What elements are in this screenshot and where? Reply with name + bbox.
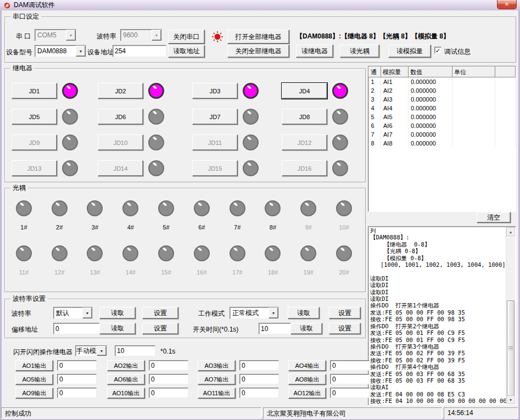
workmode-select[interactable]: 正常模式 ▼: [230, 307, 279, 319]
opto-led: [122, 245, 138, 261]
relay-button-jd7[interactable]: JD7: [192, 109, 238, 125]
relay-led-off: [148, 135, 164, 150]
close-all-relays-button[interactable]: 关闭全部继电器: [227, 44, 289, 58]
relay-button-jd16[interactable]: JD16: [282, 160, 327, 176]
clear-log-button[interactable]: 清空: [477, 212, 511, 223]
relay-button-jd2[interactable]: JD2: [98, 83, 143, 99]
chevron-down-icon[interactable]: ▼: [82, 307, 92, 318]
table-row[interactable]: 8AI80.000000: [369, 139, 516, 148]
ao-output-button-6[interactable]: AO6输出: [107, 374, 145, 385]
table-row[interactable]: 5AI50.000000: [369, 113, 516, 121]
table-cell: [452, 113, 495, 121]
workmode-read-button[interactable]: 读取: [288, 307, 320, 319]
opto-led: [300, 200, 316, 216]
read-addr-button[interactable]: 读取地址: [168, 45, 205, 58]
ao-output-input-1[interactable]: [57, 360, 97, 371]
ao-output-input-2[interactable]: [149, 360, 188, 371]
baud-set-button[interactable]: 设置: [142, 307, 178, 319]
chevron-down-icon[interactable]: ▼: [76, 46, 86, 57]
relay-button-jd12[interactable]: JD12: [282, 135, 327, 150]
ao-output-input-12[interactable]: [330, 388, 370, 398]
relay-button-jd8[interactable]: JD8: [282, 109, 327, 125]
scroll-up-icon[interactable]: ▲: [506, 227, 515, 236]
ao-output-input-4[interactable]: [330, 360, 370, 371]
baud-read-button[interactable]: 读取: [99, 307, 136, 319]
opto-channel: 14#: [113, 245, 148, 290]
log-scrollbar[interactable]: ▲ ▼: [506, 227, 515, 404]
analog-table-header[interactable]: 单位: [452, 67, 495, 77]
relay-cell: JD15: [192, 155, 282, 181]
ao-output-button-5[interactable]: AO5输出: [15, 374, 53, 385]
ao-output-button-2[interactable]: AO2输出: [107, 360, 145, 371]
chevron-down-icon[interactable]: ▼: [269, 307, 278, 318]
read-relay-button[interactable]: 读继电器: [296, 44, 333, 58]
offset-addr-input[interactable]: [53, 323, 103, 334]
ao-output-input-7[interactable]: [239, 374, 279, 384]
scrollbar-thumb[interactable]: [507, 300, 515, 396]
ao-output-input-6[interactable]: [149, 374, 188, 384]
analog-table-header[interactable]: 数值: [409, 67, 452, 77]
ao-output-input-5[interactable]: [57, 374, 97, 384]
chevron-down-icon[interactable]: ▼: [97, 346, 107, 356]
ao-output-input-8[interactable]: [330, 374, 370, 384]
ao-output-input-3[interactable]: [239, 360, 279, 371]
flash-mode-select[interactable]: 手动模式 ▼: [75, 345, 107, 356]
read-analog-button[interactable]: 读模拟量: [388, 44, 431, 58]
table-cell: [452, 130, 495, 139]
scroll-down-icon[interactable]: ▼: [506, 395, 515, 404]
ao-output-button-8[interactable]: AO8输出: [288, 374, 326, 385]
ao-output-input-10[interactable]: [149, 388, 188, 398]
serial-port-select[interactable]: COM5 ▼: [35, 29, 76, 41]
workmode-set-button[interactable]: 设置: [329, 307, 361, 319]
read-opto-button[interactable]: 读光耦: [340, 44, 379, 58]
baudrate-label: 波特率: [12, 309, 31, 318]
ao-output-button-7[interactable]: AO7输出: [198, 374, 236, 385]
offset-read-button[interactable]: 读取: [99, 323, 136, 334]
table-row[interactable]: 4AI40.000000: [369, 104, 516, 113]
relay-button-jd3[interactable]: JD3: [192, 83, 238, 99]
device-addr-input[interactable]: [113, 45, 166, 57]
offset-set-button[interactable]: 设置: [142, 323, 178, 334]
baud-select[interactable]: 9600 ▼: [120, 29, 162, 41]
ao-output-input-11[interactable]: [239, 388, 279, 398]
relay-button-jd13[interactable]: JD13: [12, 160, 57, 176]
table-cell: [452, 86, 495, 95]
device-model-select[interactable]: DAM0888 ▼: [35, 45, 86, 57]
table-row[interactable]: 6AI60.000000: [369, 121, 516, 130]
relay-button-jd4[interactable]: JD4: [282, 83, 327, 99]
ao-output-button-1[interactable]: AO1输出: [15, 360, 53, 371]
switchtime-read-button[interactable]: 读取: [290, 323, 322, 334]
debug-info-checkbox[interactable]: ✓: [434, 47, 441, 54]
ao-output-button-4[interactable]: AO4输出: [288, 360, 326, 371]
switchtime-set-button[interactable]: 设置: [329, 323, 361, 334]
table-cell: [495, 95, 516, 104]
ao-output-input-9[interactable]: [57, 388, 97, 398]
table-row[interactable]: 2AI20.000000: [369, 86, 516, 95]
baudrate-select[interactable]: 默认 ▼: [53, 307, 93, 319]
table-row[interactable]: 1AI10.000000: [369, 77, 516, 87]
table-row[interactable]: 3AI30.000000: [369, 95, 516, 104]
analog-table-header[interactable]: 通: [369, 67, 381, 77]
analog-table-header[interactable]: 模拟量: [381, 67, 409, 77]
ao-output-button-3[interactable]: AO3输出: [198, 360, 236, 371]
ao-output-button-11[interactable]: AO11输出: [198, 388, 236, 399]
relay-button-jd11[interactable]: JD11: [192, 135, 238, 150]
chevron-down-icon[interactable]: ▼: [66, 30, 76, 41]
table-row[interactable]: 7AI70.000000: [369, 130, 516, 139]
ao-output-button-10[interactable]: AO10输出: [107, 388, 145, 399]
relay-button-jd1[interactable]: JD1: [12, 83, 57, 99]
relay-button-jd5[interactable]: JD5: [12, 109, 57, 125]
relay-button-jd14[interactable]: JD14: [98, 160, 143, 176]
close-serial-button[interactable]: 关闭串口: [168, 30, 205, 44]
ao-output-button-9[interactable]: AO9输出: [15, 388, 53, 399]
ao-output-button-12[interactable]: AO12输出: [288, 388, 326, 399]
relay-button-jd15[interactable]: JD15: [192, 160, 238, 176]
analog-table-header[interactable]: [495, 67, 516, 77]
relay-button-jd9[interactable]: JD9: [12, 135, 57, 150]
relay-button-jd6[interactable]: JD6: [98, 109, 143, 125]
chevron-down-icon[interactable]: ▼: [152, 30, 161, 41]
relay-button-jd10[interactable]: JD10: [98, 135, 143, 150]
flash-time-input[interactable]: [115, 345, 155, 356]
open-all-relays-button[interactable]: 打开全部继电器: [227, 30, 289, 44]
model-value: DAM0888: [35, 47, 76, 55]
